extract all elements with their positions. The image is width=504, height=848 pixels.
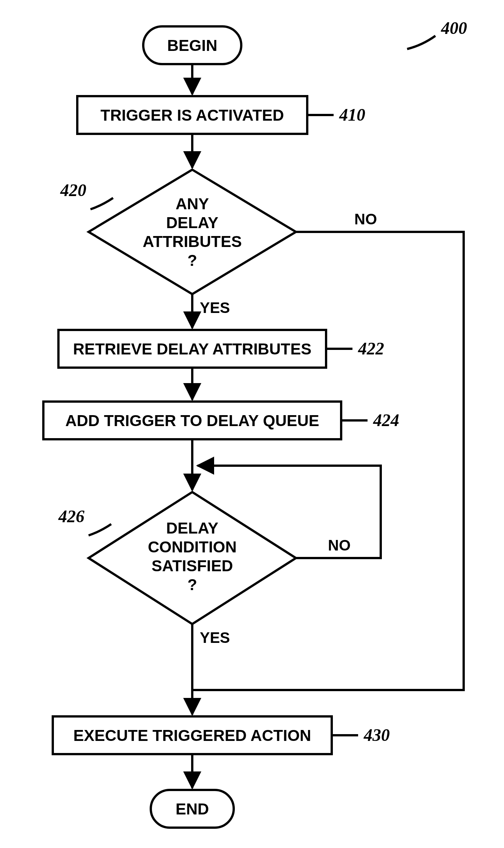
node-426-no: NO: [328, 537, 351, 554]
node-end: END: [151, 790, 234, 828]
node-426-line2: CONDITION: [148, 538, 237, 556]
node-420-line1: ANY: [176, 195, 209, 213]
figure-ref-label: 400: [441, 18, 467, 38]
node-420-line3: ATTRIBUTES: [143, 233, 242, 250]
node-430-ref: 430: [363, 725, 390, 745]
node-420-no: NO: [354, 211, 377, 227]
node-430: EXECUTE TRIGGERED ACTION 430: [53, 716, 390, 754]
node-422: RETRIEVE DELAY ATTRIBUTES 422: [58, 330, 384, 368]
node-420-line2: DELAY: [166, 214, 219, 232]
flowchart-canvas: 400 BEGIN TRIGGER IS ACTIVATED 410 ANY D…: [0, 0, 504, 848]
node-430-label: EXECUTE TRIGGERED ACTION: [74, 727, 311, 744]
node-410-ref: 410: [339, 105, 365, 124]
node-426-ref: 426: [58, 507, 84, 526]
svg-marker-2: [89, 170, 296, 294]
node-424-label: ADD TRIGGER TO DELAY QUEUE: [65, 412, 319, 429]
node-420-ref: 420: [60, 181, 86, 200]
node-426-yes: YES: [200, 629, 230, 646]
node-426-line1: DELAY: [166, 519, 219, 537]
figure-reference: 400: [407, 18, 467, 49]
node-424-ref: 424: [373, 411, 399, 430]
node-420-yes: YES: [200, 299, 230, 316]
node-426: DELAY CONDITION SATISFIED ? 426: [58, 492, 296, 624]
end-label: END: [176, 800, 209, 818]
node-426-line4: ?: [187, 576, 197, 593]
node-420: ANY DELAY ATTRIBUTES ? 420: [60, 170, 296, 294]
begin-label: BEGIN: [167, 37, 217, 54]
node-410-label: TRIGGER IS ACTIVATED: [101, 106, 284, 124]
node-410: TRIGGER IS ACTIVATED 410: [77, 96, 365, 134]
node-422-ref: 422: [358, 339, 384, 358]
node-426-line3: SATISFIED: [152, 557, 233, 575]
node-422-label: RETRIEVE DELAY ATTRIBUTES: [73, 340, 311, 358]
edge-420-no: [192, 232, 464, 690]
node-420-line4: ?: [187, 251, 197, 269]
node-424: ADD TRIGGER TO DELAY QUEUE 424: [43, 402, 399, 439]
node-begin: BEGIN: [143, 26, 241, 64]
